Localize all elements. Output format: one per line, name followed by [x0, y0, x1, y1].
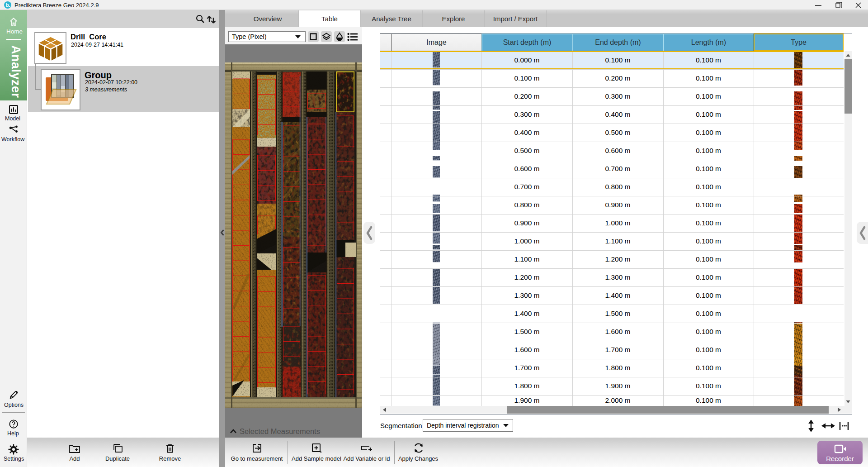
svg-text:b: b — [6, 2, 9, 8]
